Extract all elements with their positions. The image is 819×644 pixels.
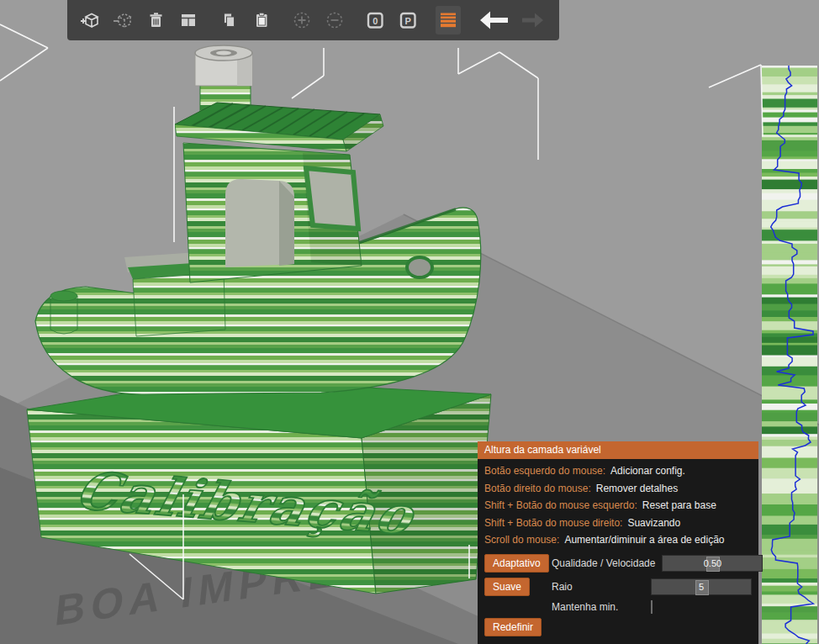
radius-slider[interactable]: 5 [651, 578, 752, 595]
shortcut-row: Botão direito do mouse: Remover detalhes [478, 480, 758, 498]
smooth-button[interactable]: Suave [484, 578, 530, 596]
radius-value: 5 [652, 579, 751, 595]
variable-layer-height-icon[interactable] [436, 6, 461, 34]
add-object-icon[interactable] [77, 6, 103, 34]
shortcut-row: Scroll do mouse: Aumentar/diminuir a áre… [478, 531, 758, 549]
bollard [50, 296, 77, 334]
split-to-objects-icon[interactable]: 0 [362, 6, 388, 34]
add-instance-icon[interactable] [289, 6, 314, 34]
variable-layer-height-panel: Altura da camada variável Botão esquerdo… [478, 441, 758, 644]
svg-text:P: P [404, 15, 410, 25]
stern-box [133, 272, 225, 336]
hawse-hole [407, 257, 432, 277]
adaptive-button[interactable]: Adaptativo [484, 554, 549, 573]
delete-all-icon[interactable] [143, 6, 168, 34]
cabin-window [306, 168, 358, 229]
app-window: BOA IMPRESS Calibração [0, 0, 819, 644]
keep-min-label: Mantenha min. [552, 601, 618, 613]
quality-speed-slider[interactable]: 0.50 [662, 555, 763, 572]
quality-speed-value: 0.50 [663, 556, 762, 572]
remove-object-icon[interactable] [110, 6, 135, 34]
paste-icon[interactable] [249, 6, 274, 34]
bollard-top [50, 291, 77, 301]
shortcut-row: Botão esquerdo do mouse: Adicionar confi… [478, 462, 758, 480]
quality-speed-label: Qualidade / Velocidade [552, 557, 655, 569]
remove-instance-icon[interactable] [322, 6, 347, 34]
reset-button[interactable]: Redefinir [484, 618, 542, 636]
undo-icon[interactable] [476, 6, 511, 34]
shortcut-row: Shift + Botão do mouse direito: Suavizan… [478, 515, 758, 532]
panel-title: Altura da camada variável [478, 441, 758, 459]
radius-label: Raio [552, 581, 573, 593]
copy-icon[interactable] [216, 6, 241, 34]
layer-height-column[interactable] [762, 66, 817, 644]
keep-min-checkbox[interactable] [651, 600, 653, 614]
shortcut-row: Shift + Botão do mouse esquerdo: Reset p… [478, 497, 758, 515]
arrange-icon[interactable] [176, 6, 201, 34]
svg-text:0: 0 [373, 15, 378, 25]
split-to-parts-icon[interactable]: P [395, 6, 420, 34]
main-toolbar: 0 P [67, 0, 559, 40]
redo-icon[interactable] [519, 6, 549, 34]
